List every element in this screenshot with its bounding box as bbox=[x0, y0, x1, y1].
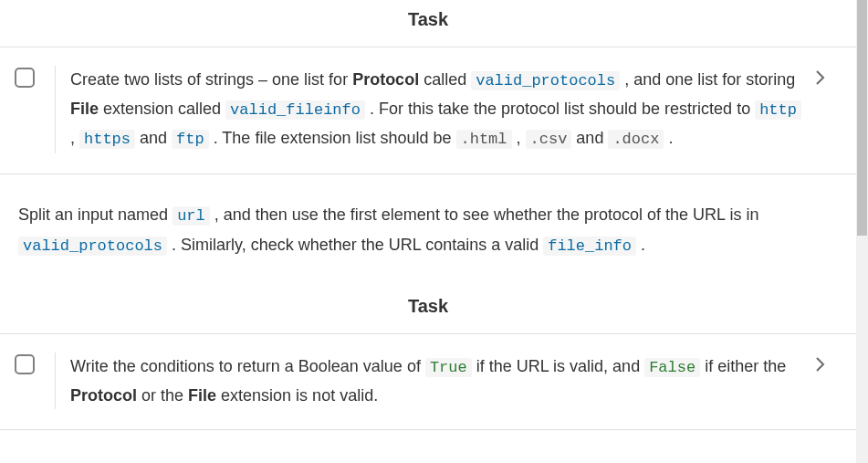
code-html-ext: .html bbox=[456, 130, 512, 149]
code-https: https bbox=[79, 130, 135, 149]
chevron-right-icon bbox=[814, 354, 827, 374]
task-checkbox-col bbox=[11, 66, 56, 153]
task-heading-2: Task bbox=[0, 287, 856, 333]
task-checkbox-col bbox=[11, 353, 56, 409]
expand-button-2[interactable] bbox=[814, 353, 840, 374]
text: , bbox=[70, 129, 79, 147]
text: Write the conditions to return a Boolean… bbox=[70, 357, 425, 375]
code-true: True bbox=[425, 358, 472, 377]
text: extension is not valid. bbox=[216, 386, 378, 405]
text: and bbox=[135, 129, 172, 147]
scrollbar-track[interactable] bbox=[856, 0, 868, 463]
bold-protocol: Protocol bbox=[352, 70, 419, 89]
expand-button-1[interactable] bbox=[814, 66, 840, 88]
bold-file-2: File bbox=[188, 386, 216, 405]
code-false: False bbox=[644, 358, 700, 377]
task-checkbox-2[interactable] bbox=[15, 354, 35, 374]
text: called bbox=[419, 70, 471, 89]
task-body-2: Write the conditions to return a Boolean… bbox=[56, 353, 814, 409]
text: . bbox=[636, 236, 645, 254]
code-csv-ext: .csv bbox=[526, 130, 572, 149]
text: , and then use the first element to see … bbox=[210, 205, 759, 224]
text: Create two lists of strings – one list f… bbox=[70, 70, 352, 89]
text: . For this take the protocol list should… bbox=[365, 100, 755, 118]
text: . bbox=[664, 129, 673, 147]
instruction-paragraph: Split an input named url , and then use … bbox=[0, 174, 856, 287]
code-url: url bbox=[173, 206, 210, 226]
text: . The file extension list should be bbox=[209, 129, 456, 147]
scrollbar-thumb[interactable] bbox=[857, 0, 867, 236]
text: , and one list for storing bbox=[620, 70, 795, 89]
text: . Similarly, check whether the URL conta… bbox=[167, 236, 543, 254]
text: extension called bbox=[99, 100, 225, 118]
task-heading-1: Task bbox=[0, 0, 856, 47]
text: , bbox=[512, 129, 526, 147]
text: and bbox=[571, 129, 608, 147]
code-valid-protocols: valid_protocols bbox=[471, 71, 620, 90]
code-valid-protocols-2: valid_protocols bbox=[18, 237, 167, 256]
text: or the bbox=[137, 386, 188, 405]
code-docx-ext: .docx bbox=[608, 130, 664, 149]
code-file-info: file_info bbox=[543, 237, 636, 256]
code-http: http bbox=[755, 100, 801, 120]
task-body-1: Create two lists of strings – one list f… bbox=[56, 66, 814, 153]
code-ftp: ftp bbox=[172, 130, 209, 149]
task-item-2: Write the conditions to return a Boolean… bbox=[0, 333, 856, 430]
code-valid-fileinfo: valid_fileinfo bbox=[225, 100, 365, 120]
text: Split an input named bbox=[18, 205, 173, 224]
text: if the URL is valid, and bbox=[472, 357, 644, 375]
bold-file: File bbox=[70, 100, 99, 118]
text: if either the bbox=[700, 357, 786, 375]
chevron-right-icon bbox=[814, 68, 827, 88]
task-checkbox-1[interactable] bbox=[15, 68, 35, 88]
bold-protocol-2: Protocol bbox=[70, 386, 137, 405]
task-item-1: Create two lists of strings – one list f… bbox=[0, 47, 856, 174]
